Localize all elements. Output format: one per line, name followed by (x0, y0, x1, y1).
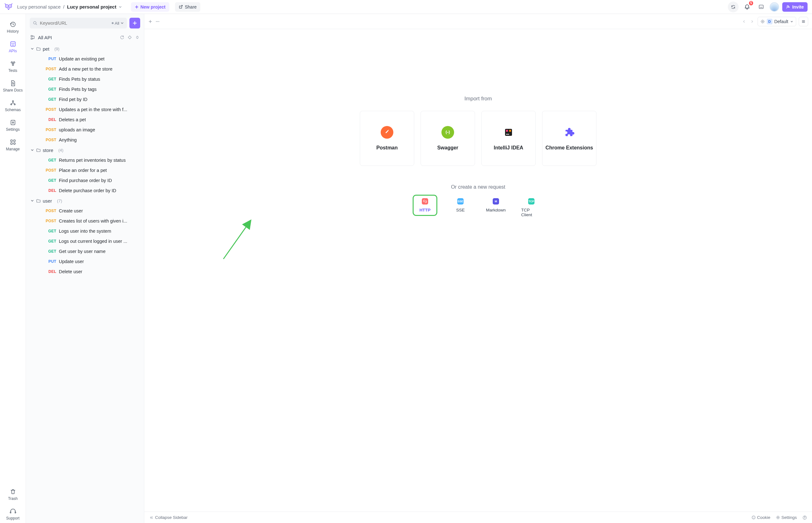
api-row[interactable]: GETFind purchase order by ID (26, 175, 144, 185)
tab-menu-button[interactable] (155, 19, 160, 24)
plus-icon (135, 5, 139, 9)
chevron-down-icon (790, 20, 793, 23)
footer-help[interactable] (802, 516, 807, 520)
rail-support[interactable]: Support (0, 505, 26, 523)
app-header: Lucy personal space / Lucy personal proj… (0, 0, 812, 14)
rail-schemas-label: Schemas (5, 108, 21, 112)
api-row[interactable]: GETLogs user into the system (26, 226, 144, 236)
api-row[interactable]: PUTUpdate user (26, 256, 144, 267)
api-row[interactable]: GETGet user by user name (26, 246, 144, 256)
layout-menu-button[interactable] (799, 17, 808, 26)
refresh-icon[interactable] (120, 35, 124, 40)
import-title: Import from (464, 96, 492, 102)
collapse-all-icon[interactable] (135, 35, 140, 40)
api-row[interactable]: POSTPlace an order for a pet (26, 165, 144, 175)
footer-settings[interactable]: Settings (776, 515, 797, 520)
api-row[interactable]: POSTUpdates a pet in the store with f... (26, 105, 144, 114)
search-box[interactable]: All (30, 18, 127, 29)
svg-rect-20 (11, 143, 12, 145)
rail-trash-label: Trash (8, 497, 17, 501)
svg-point-31 (448, 132, 449, 133)
search-filter-label: All (115, 21, 119, 26)
api-row[interactable]: POSTuploads an image (26, 125, 144, 135)
collapse-sidebar-button[interactable]: Collapse Sidebar (149, 515, 188, 520)
environment-selector[interactable]: D Default (758, 17, 796, 26)
api-row[interactable]: GETFinds Pets by tags (26, 84, 144, 94)
method-badge: POST (44, 209, 56, 213)
share-button[interactable]: Share (175, 2, 200, 12)
api-row[interactable]: PUTUpdate an existing pet (26, 54, 144, 64)
manage-icon (10, 139, 16, 146)
create-sse[interactable]: SSE SSE (449, 196, 472, 215)
api-row[interactable]: DELDeletes a pet (26, 114, 144, 125)
import-intellij[interactable]: IntelliJ IDEA (481, 111, 536, 166)
method-badge: POST (44, 138, 56, 142)
search-filter[interactable]: All (112, 21, 124, 26)
api-row[interactable]: GETFinds Pets by status (26, 74, 144, 84)
status-bar: Collapse Sidebar Cookie Settings (144, 511, 812, 523)
import-cards: Postman Swagger IntelliJ IDEA Chrome Ext… (360, 111, 596, 166)
api-row[interactable]: GETFind pet by ID (26, 94, 144, 105)
rail-tests[interactable]: Tests (0, 58, 26, 75)
api-name: Delete user (59, 269, 82, 274)
svg-point-29 (447, 132, 447, 133)
rail-apis[interactable]: APIs (0, 38, 26, 56)
locate-icon[interactable] (128, 35, 132, 40)
invite-button[interactable]: Invite (782, 2, 808, 12)
svg-rect-7 (11, 42, 15, 47)
new-tab-button[interactable] (148, 19, 152, 24)
create-tcp[interactable]: TCP TCP Client (520, 196, 543, 220)
import-swagger-label: Swagger (437, 145, 459, 151)
rail-manage[interactable]: Manage (0, 136, 26, 154)
breadcrumb-project[interactable]: Lucy personal project (67, 4, 122, 10)
svg-point-9 (13, 43, 14, 44)
footer-cookie[interactable]: Cookie (752, 515, 770, 520)
folder-row[interactable]: store (4) (26, 145, 144, 155)
search-input[interactable] (40, 21, 109, 26)
create-http[interactable]: HTTP (413, 196, 436, 215)
new-project-button[interactable]: New project (131, 2, 169, 12)
nav-forward-icon[interactable] (749, 20, 755, 23)
breadcrumb-workspace[interactable]: Lucy personal space (17, 4, 61, 10)
api-name: Returns pet inventories by status (59, 158, 126, 163)
panel-icon[interactable] (756, 2, 767, 12)
chevron-down-icon (118, 5, 122, 9)
add-button[interactable] (129, 18, 140, 29)
api-row[interactable]: DELDelete purchase order by ID (26, 185, 144, 196)
api-row[interactable]: POSTCreate user (26, 206, 144, 216)
sync-icon[interactable] (728, 2, 739, 12)
folder-row[interactable]: user (7) (26, 196, 144, 206)
gear-icon (760, 19, 765, 24)
markdown-icon: M (493, 198, 499, 204)
rail-settings[interactable]: Settings (0, 116, 26, 134)
method-badge: POST (44, 67, 56, 71)
environment-badge: D (767, 19, 772, 24)
notifications-icon[interactable]: 5 (742, 2, 753, 12)
api-tree: pet (9)PUTUpdate an existing petPOSTAdd … (26, 44, 144, 523)
create-tcp-label: TCP Client (521, 208, 541, 217)
api-row[interactable]: POSTCreates list of users with given i..… (26, 216, 144, 226)
rail-history[interactable]: History (0, 18, 26, 36)
svg-rect-18 (11, 140, 12, 142)
avatar[interactable] (770, 2, 779, 12)
rail-share-docs[interactable]: Share Docs (0, 77, 26, 95)
svg-point-26 (157, 21, 158, 21)
svg-point-2 (7, 5, 7, 6)
create-markdown[interactable]: M Markdown (484, 196, 507, 215)
api-row[interactable]: GETLogs out current logged in user ... (26, 236, 144, 246)
folder-row[interactable]: pet (9) (26, 44, 144, 54)
nav-back-icon[interactable] (741, 20, 747, 23)
import-swagger[interactable]: Swagger (421, 111, 475, 166)
rail-trash[interactable]: Trash (0, 486, 26, 503)
import-chrome-ext[interactable]: Chrome Extensions (542, 111, 596, 166)
folder-count: (7) (57, 198, 62, 203)
rail-schemas[interactable]: Schemas (0, 97, 26, 114)
api-row[interactable]: POSTAnything (26, 135, 144, 145)
api-row[interactable]: POSTAdd a new pet to the store (26, 64, 144, 74)
intellij-icon (502, 126, 515, 139)
api-row[interactable]: DELDelete user (26, 267, 144, 277)
sse-icon: SSE (457, 198, 464, 204)
api-row[interactable]: GETReturns pet inventories by status (26, 155, 144, 165)
app-logo-icon (4, 3, 13, 11)
import-postman[interactable]: Postman (360, 111, 414, 166)
